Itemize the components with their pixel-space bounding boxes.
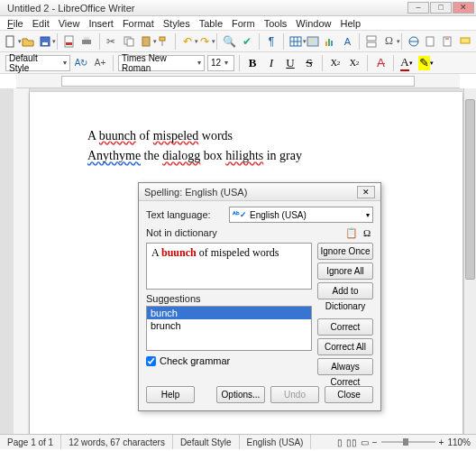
menu-insert[interactable]: Insert bbox=[88, 18, 114, 29]
status-wordcount[interactable]: 12 words, 67 characters bbox=[61, 435, 173, 449]
zoom-slider[interactable] bbox=[381, 441, 435, 443]
highlight-button[interactable]: ✎▾ bbox=[417, 55, 434, 71]
subscript-button[interactable]: X2 bbox=[346, 55, 362, 71]
find-icon[interactable]: 🔍 bbox=[222, 33, 237, 50]
view-book-icon[interactable]: ▭ bbox=[361, 437, 369, 447]
not-in-dict-textbox[interactable]: A buunch of mispeled words bbox=[146, 243, 312, 290]
view-single-icon[interactable]: ▯ bbox=[337, 437, 343, 447]
doc-line-2[interactable]: Anythyme the dialogg box hilights in gra… bbox=[87, 146, 405, 166]
close-button[interactable]: Close bbox=[325, 386, 373, 403]
menu-table[interactable]: Table bbox=[199, 18, 223, 29]
options-button[interactable]: Options... bbox=[216, 386, 265, 403]
menu-edit[interactable]: Edit bbox=[32, 18, 50, 29]
export-pdf-icon[interactable] bbox=[62, 33, 77, 50]
underline-button[interactable]: U bbox=[282, 55, 298, 71]
suggestions-listbox[interactable]: bunch brunch bbox=[146, 306, 312, 351]
formatting-marks-icon[interactable]: ¶ bbox=[264, 33, 279, 50]
new-style-icon[interactable]: A+ bbox=[92, 55, 108, 71]
comment-icon[interactable] bbox=[458, 33, 472, 50]
window-titlebar: Untitled 2 - LibreOffice Writer – □ ✕ bbox=[0, 0, 476, 16]
svg-rect-8 bbox=[127, 39, 133, 46]
correct-all-button[interactable]: Correct All bbox=[317, 338, 373, 355]
new-icon[interactable]: ▾ bbox=[4, 33, 18, 50]
ignore-all-button[interactable]: Ignore All bbox=[317, 262, 373, 280]
close-window-button[interactable]: ✕ bbox=[453, 2, 474, 14]
spellcheck-icon[interactable]: ✔ bbox=[240, 33, 254, 50]
vertical-ruler[interactable] bbox=[14, 88, 30, 434]
not-in-dict-label: Not in dictionary bbox=[146, 227, 224, 238]
help-button[interactable]: Help bbox=[146, 386, 195, 403]
standard-toolbar: ▾ ▾ ✂ ▾ ↶▾ ↷▾ 🔍 ✔ ¶ ▾ A Ω▾ bbox=[0, 31, 476, 52]
menu-window[interactable]: Window bbox=[296, 18, 331, 29]
vertical-scrollbar[interactable] bbox=[463, 88, 476, 434]
zoom-out-icon[interactable]: − bbox=[372, 437, 378, 447]
bookmark-icon[interactable] bbox=[441, 33, 455, 50]
horizontal-ruler[interactable] bbox=[16, 74, 460, 88]
italic-button[interactable]: I bbox=[263, 55, 279, 71]
clone-format-icon[interactable] bbox=[156, 33, 170, 50]
menu-help[interactable]: Help bbox=[340, 18, 361, 29]
font-name-combo[interactable]: Times New Roman▾ bbox=[118, 55, 205, 71]
update-style-icon[interactable]: A↻ bbox=[73, 55, 89, 71]
table-icon[interactable]: ▾ bbox=[288, 33, 303, 50]
bold-button[interactable]: B bbox=[244, 55, 261, 71]
check-grammar-checkbox[interactable]: Check grammar bbox=[146, 355, 312, 366]
paste-mini-icon[interactable]: 📋 bbox=[345, 226, 358, 239]
status-language[interactable]: English (USA) bbox=[240, 435, 312, 449]
status-page[interactable]: Page 1 of 1 bbox=[0, 435, 61, 449]
doc-line-1[interactable]: A buunch of mispeled words bbox=[87, 126, 405, 146]
image-icon[interactable] bbox=[306, 33, 320, 50]
always-correct-button[interactable]: Always Correct bbox=[317, 358, 373, 375]
undo-icon[interactable]: ↶▾ bbox=[180, 33, 195, 50]
dialog-close-button[interactable]: ✕ bbox=[357, 186, 375, 198]
menu-view[interactable]: View bbox=[59, 18, 80, 29]
superscript-button[interactable]: X2 bbox=[327, 55, 343, 71]
suggestion-item[interactable]: brunch bbox=[147, 319, 311, 332]
zoom-level[interactable]: 110% bbox=[447, 437, 471, 447]
maximize-button[interactable]: □ bbox=[430, 2, 452, 14]
menu-format[interactable]: Format bbox=[123, 18, 154, 29]
correct-button[interactable]: Correct bbox=[317, 318, 373, 336]
svg-point-17 bbox=[310, 39, 313, 41]
save-icon[interactable]: ▾ bbox=[38, 33, 52, 50]
clear-format-button[interactable]: A̶ bbox=[372, 55, 389, 71]
copy-icon[interactable] bbox=[122, 33, 136, 50]
paste-icon[interactable]: ▾ bbox=[139, 33, 153, 50]
menu-styles[interactable]: Styles bbox=[163, 18, 190, 29]
hyperlink-icon[interactable] bbox=[407, 33, 421, 50]
view-multi-icon[interactable]: ▯▯ bbox=[346, 437, 357, 447]
special-char-icon[interactable]: Ω▾ bbox=[381, 33, 396, 50]
menu-file[interactable]: FFileile bbox=[7, 18, 23, 29]
text-language-combo[interactable]: ᴬᵇ✓ English (USA) ▾ bbox=[229, 207, 373, 223]
para-style-combo[interactable]: Default Style▾ bbox=[5, 55, 70, 71]
svg-rect-0 bbox=[6, 36, 14, 47]
dialog-titlebar[interactable]: Spelling: English (USA) ✕ bbox=[139, 183, 380, 201]
minimize-button[interactable]: – bbox=[407, 2, 429, 14]
menu-tools[interactable]: Tools bbox=[264, 18, 288, 29]
strike-button[interactable]: S bbox=[301, 55, 317, 71]
font-color-button[interactable]: A▾ bbox=[398, 55, 415, 71]
document-body[interactable]: A buunch of mispeled words Anythyme the … bbox=[87, 126, 405, 167]
special-mini-icon[interactable]: Ω bbox=[361, 226, 373, 239]
cut-icon[interactable]: ✂ bbox=[104, 33, 118, 50]
add-dictionary-button[interactable]: Add to Dictionary bbox=[317, 282, 373, 299]
menu-form[interactable]: Form bbox=[232, 18, 255, 29]
suggestion-item-selected[interactable]: bunch bbox=[147, 307, 311, 319]
scroll-thumb[interactable] bbox=[465, 99, 475, 280]
footnote-icon[interactable] bbox=[424, 33, 438, 50]
ignore-once-button[interactable]: Ignore Once bbox=[317, 243, 373, 260]
chart-icon[interactable] bbox=[323, 33, 337, 50]
print-icon[interactable] bbox=[79, 33, 94, 50]
font-size-combo[interactable]: 12▾ bbox=[207, 55, 234, 71]
zoom-in-icon[interactable]: + bbox=[439, 437, 444, 447]
page[interactable]: A buunch of mispeled words Anythyme the … bbox=[30, 92, 462, 434]
svg-rect-9 bbox=[142, 37, 150, 46]
redo-icon[interactable]: ↷▾ bbox=[197, 33, 212, 50]
undo-button[interactable]: Undo bbox=[270, 386, 319, 403]
textbox-icon[interactable]: A bbox=[340, 33, 354, 50]
svg-rect-6 bbox=[84, 37, 89, 40]
page-break-icon[interactable] bbox=[364, 33, 379, 50]
status-style[interactable]: Default Style bbox=[173, 435, 240, 449]
svg-rect-4 bbox=[66, 42, 72, 45]
open-icon[interactable] bbox=[21, 33, 35, 50]
